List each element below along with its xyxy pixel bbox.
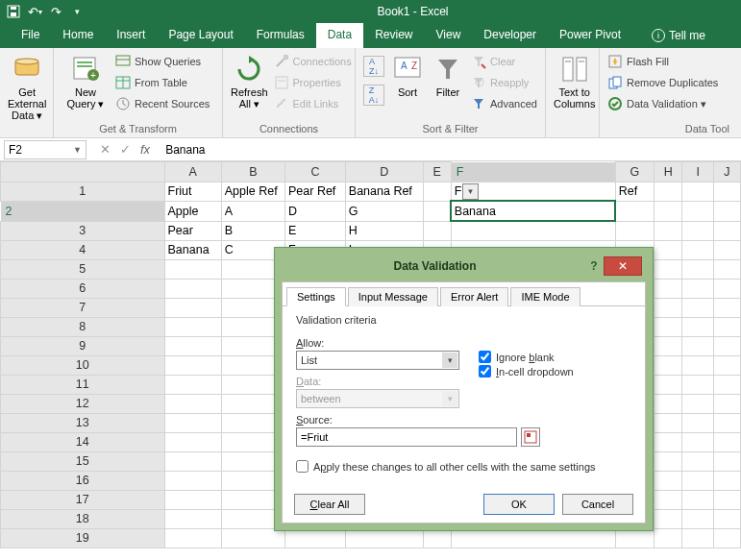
cell-H13[interactable] [654, 413, 681, 432]
customize-qat-icon[interactable]: ▾ [69, 4, 85, 19]
row-header-18[interactable]: 18 [1, 509, 165, 528]
cell-A18[interactable] [164, 509, 221, 528]
row-header-4[interactable]: 4 [1, 240, 165, 259]
row-header-2[interactable]: 2 [1, 202, 164, 221]
range-picker-icon[interactable] [521, 427, 540, 447]
cell-A5[interactable] [164, 259, 221, 279]
cell-A15[interactable] [164, 451, 221, 471]
cell-E3[interactable] [423, 221, 451, 240]
cell-I4[interactable] [682, 240, 714, 259]
cell-A4[interactable]: Banana [164, 240, 221, 259]
allow-dropdown[interactable]: List▾ [296, 351, 459, 370]
cell-H4[interactable] [654, 240, 681, 259]
cell-H8[interactable] [654, 317, 681, 336]
cell-G1[interactable]: Ref [615, 182, 654, 201]
cell-A3[interactable]: Pear [164, 221, 221, 240]
cell-E2[interactable] [423, 201, 451, 221]
cell-H6[interactable] [654, 279, 681, 298]
cell-A17[interactable] [164, 490, 221, 509]
sort-za-button[interactable]: ZA↓ [363, 81, 384, 110]
cell-A13[interactable] [164, 413, 221, 432]
cell-D2[interactable]: G [345, 201, 423, 221]
refresh-all-button[interactable]: Refresh All ▾ [231, 52, 268, 110]
connections-button[interactable]: Connections [274, 52, 352, 71]
cell-I2[interactable] [682, 201, 714, 221]
tab-data[interactable]: Data [316, 23, 363, 48]
row-header-16[interactable]: 16 [1, 471, 165, 490]
cell-I12[interactable] [682, 394, 714, 413]
apply-all-input[interactable] [296, 460, 309, 473]
cell-C3[interactable]: E [285, 221, 346, 240]
cell-J1[interactable] [713, 182, 740, 201]
tab-formulas[interactable]: Formulas [245, 23, 316, 48]
cell-C19[interactable] [285, 528, 346, 548]
row-header-14[interactable]: 14 [1, 432, 165, 451]
cell-H16[interactable] [654, 471, 681, 490]
cell-H2[interactable] [654, 201, 681, 221]
tab-home[interactable]: Home [51, 23, 105, 48]
dlg-tab-settings[interactable]: Settings [286, 287, 346, 306]
tab-pagelayout[interactable]: Page Layout [157, 23, 244, 48]
cell-I18[interactable] [682, 509, 714, 528]
name-box-dropdown-icon[interactable]: ▼ [73, 145, 82, 155]
col-header-A[interactable]: A [164, 162, 221, 183]
cell-J6[interactable] [713, 279, 740, 298]
cell-J18[interactable] [713, 509, 740, 528]
cell-B1[interactable]: Apple Ref [221, 182, 284, 201]
cell-G3[interactable] [615, 221, 654, 240]
undo-icon[interactable]: ↶▾ [27, 4, 42, 19]
cell-B3[interactable]: B [221, 221, 284, 240]
cell-I3[interactable] [682, 221, 714, 240]
sort-az-button[interactable]: AZ↓ [363, 52, 384, 81]
show-queries-button[interactable]: Show Queries [115, 52, 210, 71]
col-header-F[interactable]: F [452, 162, 615, 182]
ignore-blank-checkbox[interactable]: Ignore blank [479, 351, 574, 363]
cell-A11[interactable] [164, 375, 221, 394]
cell-J8[interactable] [713, 317, 740, 336]
in-cell-dropdown-checkbox[interactable]: In-cell dropdown [479, 365, 574, 377]
get-external-data-button[interactable]: Get External Data ▾ [8, 52, 46, 121]
cell-J16[interactable] [713, 471, 740, 490]
col-header-H[interactable]: H [654, 162, 681, 183]
cell-H5[interactable] [654, 259, 681, 279]
recent-sources-button[interactable]: Recent Sources [115, 94, 210, 113]
row-header-17[interactable]: 17 [1, 490, 165, 509]
tab-powerpivot[interactable]: Power Pivot [548, 23, 632, 48]
row-header-13[interactable]: 13 [1, 413, 165, 432]
cell-J17[interactable] [713, 490, 740, 509]
tab-review[interactable]: Review [363, 23, 424, 48]
cell-I14[interactable] [682, 432, 714, 451]
name-box[interactable]: F2▼ [4, 140, 86, 159]
cell-J5[interactable] [713, 259, 740, 279]
cell-A10[interactable] [164, 355, 221, 375]
cell-J15[interactable] [713, 451, 740, 471]
cell-F2[interactable]: Banana [451, 201, 615, 221]
cell-H9[interactable] [654, 336, 681, 355]
cell-A14[interactable] [164, 432, 221, 451]
formula-input[interactable]: Banana [160, 143, 741, 157]
cell-H19[interactable] [654, 528, 681, 548]
row-header-5[interactable]: 5 [1, 259, 165, 279]
cell-E1[interactable] [423, 182, 451, 201]
cell-B19[interactable] [221, 528, 284, 548]
cell-A1[interactable]: Friut [164, 182, 221, 201]
col-header-E[interactable]: E [423, 162, 451, 183]
cell-I1[interactable] [682, 182, 714, 201]
cell-I8[interactable] [682, 317, 714, 336]
apply-all-checkbox[interactable]: Apply these changes to all other cells w… [296, 460, 631, 473]
filter-button[interactable]: Filter [431, 52, 465, 98]
redo-icon[interactable]: ↷ [48, 4, 63, 19]
clear-all-button[interactable]: Clear All [294, 494, 365, 515]
col-header-D[interactable]: D [345, 162, 423, 183]
select-all-corner[interactable] [1, 162, 165, 183]
cell-H10[interactable] [654, 355, 681, 375]
row-header-7[interactable]: 7 [1, 298, 165, 317]
row-header-3[interactable]: 3 [1, 221, 165, 240]
tab-file[interactable]: File [10, 23, 51, 48]
col-header-I[interactable]: I [682, 162, 714, 183]
cell-A6[interactable] [164, 279, 221, 298]
dialog-help-icon[interactable]: ? [584, 259, 604, 273]
cell-C2[interactable]: D [285, 201, 346, 221]
cell-H17[interactable] [654, 490, 681, 509]
cell-G2[interactable] [615, 201, 654, 221]
